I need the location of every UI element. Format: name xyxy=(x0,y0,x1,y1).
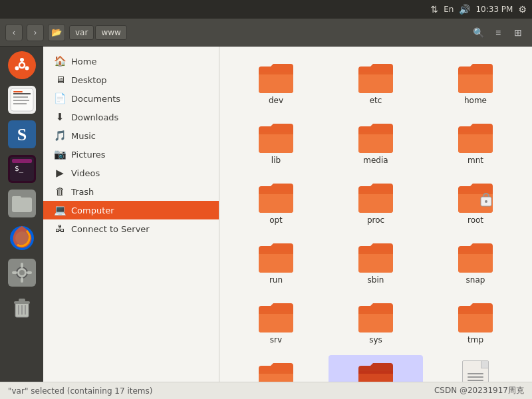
file-item-opt[interactable]: opt xyxy=(229,176,323,230)
sidebar-item-computer[interactable]: 💻 Computer xyxy=(43,201,219,219)
sidebar-item-trash[interactable]: 🗑 Trash xyxy=(43,182,219,201)
svg-rect-17 xyxy=(12,159,32,163)
folder-icon-home xyxy=(457,61,494,93)
dock-terminal[interactable]: $_ xyxy=(6,153,38,185)
sidebar-label-videos: Videos xyxy=(71,168,100,178)
file-item-proc[interactable]: proc xyxy=(329,176,423,230)
sidebar-item-downloads[interactable]: ⬇ Downloads xyxy=(43,108,219,126)
svg-rect-11 xyxy=(13,91,23,92)
search-button[interactable]: 🔍 xyxy=(469,24,487,41)
svg-rect-19 xyxy=(12,198,32,212)
dock-trash[interactable] xyxy=(6,291,38,323)
sidebar-label-pictures: Pictures xyxy=(71,150,105,160)
file-item-sbin[interactable]: sbin xyxy=(329,235,423,290)
dock-writer[interactable]: S xyxy=(6,118,38,150)
breadcrumb-www[interactable]: www xyxy=(95,25,126,40)
svg-point-3 xyxy=(15,66,19,70)
sidebar-item-music[interactable]: 🎵 Music xyxy=(43,126,219,145)
dock-text-editor[interactable] xyxy=(6,84,38,116)
watermark: CSDN @20231917周克 xyxy=(434,385,524,396)
sidebar-label-home: Home xyxy=(71,57,96,66)
svg-point-25 xyxy=(19,270,25,275)
keyboard-layout[interactable]: En xyxy=(444,5,454,14)
file-item-snap[interactable]: snap xyxy=(428,235,523,290)
back-button[interactable]: ‹ xyxy=(5,24,23,41)
location-icon: 📂 xyxy=(48,24,65,41)
app-window: ‹ › 📂 var www 🔍 ≡ ⊞ xyxy=(0,19,532,399)
file-area: dev etc xyxy=(219,47,532,382)
file-item-etc[interactable]: etc xyxy=(329,56,423,110)
sidebar-label-desktop: Desktop xyxy=(71,75,107,85)
file-item-sys[interactable]: sys xyxy=(329,295,423,350)
sidebar-item-pictures[interactable]: 📷 Pictures xyxy=(43,145,219,164)
toolbar-right: 🔍 ≡ ⊞ xyxy=(469,24,527,41)
svg-text:S: S xyxy=(17,125,26,144)
sidebar-section-places: 🏠 Home 🖥 Desktop 📄 Documents ⬇ Downloads… xyxy=(43,51,219,239)
sidebar-label-connect: Connect to Server xyxy=(71,224,150,234)
sidebar-item-videos[interactable]: ▶ Videos xyxy=(43,164,219,182)
sort-icon[interactable]: ⇅ xyxy=(431,4,439,15)
volume-icon[interactable]: 🔊 xyxy=(459,4,470,15)
content-area: S $_ xyxy=(0,47,532,382)
svg-rect-20 xyxy=(12,196,21,200)
folder-icon-run xyxy=(257,241,295,273)
file-label-dev: dev xyxy=(269,96,283,105)
list-view-button[interactable]: ≡ xyxy=(489,24,507,41)
music-icon: 🎵 xyxy=(54,130,66,142)
sidebar-label-downloads: Downloads xyxy=(71,112,118,122)
file-item-var[interactable]: var var xyxy=(329,355,423,382)
sidebar-label-trash: Trash xyxy=(71,187,94,197)
file-label-sbin: sbin xyxy=(368,275,384,285)
file-item-initrd[interactable]: initrd.img xyxy=(428,355,523,382)
dock-ubuntu[interactable] xyxy=(6,49,38,81)
file-label-media: media xyxy=(363,156,388,165)
breadcrumb-path: var www xyxy=(69,25,466,40)
file-item-media[interactable]: media xyxy=(329,116,423,170)
status-text: "var" selected (containing 17 items) xyxy=(8,386,152,396)
sidebar-item-documents[interactable]: 📄 Documents xyxy=(43,89,219,108)
breadcrumb-var[interactable]: var xyxy=(69,25,94,40)
folder-icon-tmp xyxy=(457,301,494,332)
dock-files[interactable] xyxy=(6,188,38,219)
folder-icon-var xyxy=(357,360,394,382)
folder-icon-mnt xyxy=(457,121,494,153)
file-item-mnt[interactable]: mnt xyxy=(428,116,523,170)
file-item-run[interactable]: run xyxy=(229,235,323,290)
file-item-tmp[interactable]: tmp xyxy=(428,295,523,350)
sidebar: 🏠 Home 🖥 Desktop 📄 Documents ⬇ Downloads… xyxy=(43,47,219,382)
svg-point-1 xyxy=(20,58,24,62)
file-item-root[interactable]: root xyxy=(428,176,523,230)
forward-button[interactable]: › xyxy=(27,24,44,41)
documents-icon: 📄 xyxy=(54,92,66,104)
folder-icon-sbin xyxy=(357,241,394,273)
sidebar-label-music: Music xyxy=(71,131,96,141)
svg-rect-27 xyxy=(21,277,23,283)
sidebar-item-connect[interactable]: 🖧 Connect to Server xyxy=(43,219,219,238)
toolbar: ‹ › 📂 var www 🔍 ≡ ⊞ xyxy=(0,19,532,47)
settings-icon[interactable]: ⚙ xyxy=(518,4,527,15)
file-item-dev[interactable]: dev xyxy=(229,56,323,110)
folder-icon-lib xyxy=(257,121,295,153)
file-item-srv[interactable]: srv xyxy=(229,295,323,350)
grid-view-button[interactable]: ⊞ xyxy=(509,24,527,41)
connect-icon: 🖧 xyxy=(54,223,66,235)
sidebar-item-desktop[interactable]: 🖥 Desktop xyxy=(43,70,219,89)
folder-icon-root xyxy=(457,181,494,213)
svg-rect-33 xyxy=(19,299,25,302)
file-item-lib[interactable]: lib xyxy=(229,116,323,170)
file-item-usr[interactable]: usr xyxy=(229,355,323,382)
file-label-mnt: mnt xyxy=(467,156,483,165)
dock-settings[interactable] xyxy=(6,257,38,289)
file-label-home: home xyxy=(464,96,487,105)
trash-icon: 🗑 xyxy=(54,186,66,198)
file-item-home[interactable]: home xyxy=(428,56,523,110)
computer-icon: 💻 xyxy=(54,204,66,216)
downloads-icon: ⬇ xyxy=(54,111,66,123)
folder-icon-srv xyxy=(257,301,295,332)
svg-rect-26 xyxy=(21,263,23,268)
file-label-root: root xyxy=(467,215,483,225)
file-label-tmp: tmp xyxy=(467,335,483,344)
sidebar-item-home[interactable]: 🏠 Home xyxy=(43,52,219,70)
dock-firefox[interactable] xyxy=(6,222,38,254)
home-icon: 🏠 xyxy=(54,55,66,67)
